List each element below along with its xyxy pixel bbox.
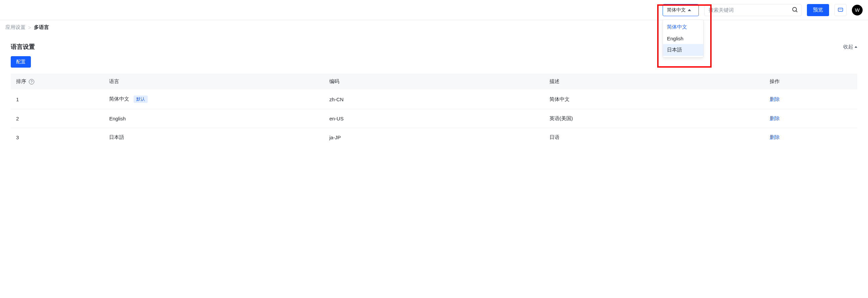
- table-header-order: 排序 ?: [11, 74, 104, 89]
- language-selector-label: 简体中文: [667, 7, 686, 13]
- section-title: 语言设置: [11, 43, 35, 51]
- collapse-label: 收起: [843, 44, 853, 50]
- cell-code: zh-CN: [324, 89, 544, 109]
- table-header-description: 描述: [544, 74, 764, 89]
- breadcrumb-current: 多语言: [34, 24, 49, 31]
- cell-order: 2: [11, 109, 104, 128]
- language-selector[interactable]: 简体中文: [662, 4, 699, 16]
- table-header-action: 操作: [764, 74, 857, 89]
- breadcrumb-parent[interactable]: 应用设置: [5, 24, 26, 31]
- delete-link[interactable]: 删除: [770, 96, 780, 102]
- chat-button[interactable]: [834, 4, 846, 16]
- section-header: 语言设置 收起: [11, 43, 857, 51]
- cell-description: 日语: [544, 128, 764, 147]
- default-tag: 默认: [133, 96, 148, 103]
- chevron-up-icon: [855, 46, 857, 48]
- search-wrapper: [704, 4, 802, 16]
- search-input[interactable]: [704, 4, 802, 16]
- cell-order: 1: [11, 89, 104, 109]
- language-table: 排序 ? 语言 编码 描述 操作 1 简体中文 默认 zh-CN 简体中文 删除: [11, 74, 857, 147]
- breadcrumb: 应用设置 > 多语言: [0, 20, 868, 35]
- cell-code: en-US: [324, 109, 544, 128]
- breadcrumb-separator: >: [28, 25, 31, 30]
- language-option-en[interactable]: English: [663, 33, 703, 44]
- cell-language: 简体中文 默认: [104, 89, 324, 109]
- delete-link[interactable]: 删除: [770, 134, 780, 140]
- svg-rect-2: [838, 8, 843, 11]
- language-option-zh[interactable]: 简体中文: [663, 21, 703, 33]
- cell-description: 简体中文: [544, 89, 764, 109]
- language-option-ja[interactable]: 日本語: [663, 44, 703, 56]
- language-settings-card: 语言设置 收起 配置 排序 ? 语言 编码 描述 操作 1 简体中文: [3, 35, 865, 155]
- cell-language: 日本語: [104, 128, 324, 147]
- language-dropdown: 简体中文 English 日本語: [662, 20, 704, 57]
- table-header-language: 语言: [104, 74, 324, 89]
- cell-code: ja-JP: [324, 128, 544, 147]
- cell-language: English: [104, 109, 324, 128]
- table-header-code: 编码: [324, 74, 544, 89]
- chat-icon: [837, 7, 843, 13]
- delete-link[interactable]: 删除: [770, 115, 780, 121]
- table-row: 3 日本語 ja-JP 日语 删除: [11, 128, 857, 147]
- table-row: 2 English en-US 英语(美国) 删除: [11, 109, 857, 128]
- configure-button[interactable]: 配置: [11, 56, 31, 67]
- table-row: 1 简体中文 默认 zh-CN 简体中文 删除: [11, 89, 857, 109]
- cell-description: 英语(美国): [544, 109, 764, 128]
- top-bar: 简体中文 简体中文 English 日本語 预览 W: [0, 0, 868, 20]
- help-icon[interactable]: ?: [29, 79, 34, 84]
- collapse-toggle[interactable]: 收起: [843, 44, 857, 50]
- preview-button[interactable]: 预览: [807, 4, 829, 16]
- cell-order: 3: [11, 128, 104, 147]
- chevron-up-icon: [688, 9, 691, 11]
- avatar[interactable]: W: [852, 5, 863, 16]
